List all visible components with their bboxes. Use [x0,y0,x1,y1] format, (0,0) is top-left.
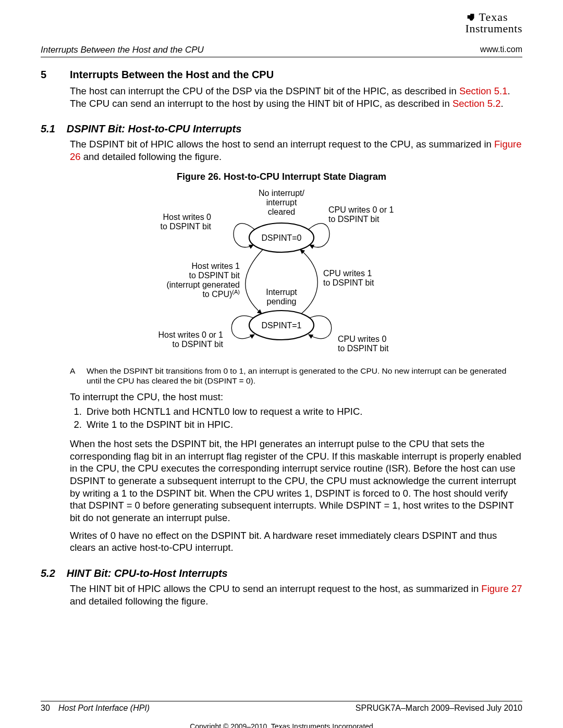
subsection-num: 5.2 [41,567,55,579]
svg-text:CPU writes 0: CPU writes 0 [338,335,386,343]
header-rule [41,57,522,57]
svg-text:to DSPINT bit: to DSPINT bit [323,278,374,287]
running-head-right: www.ti.com [480,45,522,55]
figure-26-footnote: A When the DSPINT bit transitions from 0… [70,366,522,386]
copyright: Copyright © 2009–2010, Texas Instruments… [41,722,522,728]
xref-section-5-2[interactable]: Section 5.2 [452,98,501,109]
xref-figure-27[interactable]: Figure 27 [481,583,522,594]
state-dspint0: DSPINT=0 [262,233,302,242]
svg-text:to DSPINT bit: to DSPINT bit [328,215,380,224]
subsection-title: HINT Bit: CPU-to-Host Interrupts [67,567,228,579]
svg-text:Host writes 1: Host writes 1 [192,262,240,270]
svg-text:CPU writes 0 or 1: CPU writes 0 or 1 [328,205,394,214]
svg-text:interrupt: interrupt [266,198,297,207]
svg-text:to DSPINT bit: to DSPINT bit [338,344,389,353]
section-5-intro: The host can interrupt the CPU of the DS… [70,85,522,109]
svg-text:pending: pending [267,297,297,306]
doc-title: Host Port Interface (HPI) [58,704,150,712]
svg-text:CPU writes 1: CPU writes 1 [323,269,372,278]
section-5-1-p4: Writes of 0 have no effect on the DSPINT… [70,529,522,554]
chip-icon [466,11,477,23]
running-head-left: Interrupts Between the Host and the CPU [41,45,204,55]
state-dspint1: DSPINT=1 [262,321,302,330]
section-5-1-p2: To interrupt the CPU, the host must: [70,391,522,403]
figure-26-diagram: DSPINT=0 DSPINT=1 No interrupt/ interrup… [136,186,427,363]
svg-text:Interrupt: Interrupt [266,288,297,297]
subsection-num: 5.1 [41,123,55,135]
svg-text:to DSPINT bit: to DSPINT bit [189,271,240,280]
svg-text:to DSPINT bit: to DSPINT bit [172,340,223,349]
svg-text:cleared: cleared [268,207,295,216]
footnote-text: When the DSPINT bit transitions from 0 t… [87,366,522,386]
footer-rule [41,701,522,701]
section-5-2-heading: 5.2 HINT Bit: CPU-to-Host Interrupts [41,567,522,579]
svg-text:No interrupt/: No interrupt/ [259,189,305,198]
section-5-2-p1: The HINT bit of HPIC allows the CPU to s… [70,583,522,607]
doc-revision: SPRUGK7A–March 2009–Revised July 2010 [356,704,522,713]
step-1: Drive both HCNTL1 and HCNTL0 low to requ… [84,405,522,418]
section-5-1-p3: When the host sets the DSPINT bit, the H… [70,438,522,524]
svg-text:to CPU)(A): to CPU)(A) [202,289,240,299]
section-5-1-heading: 5.1 DSPINT Bit: Host-to-CPU Interrupts [41,123,522,135]
section-num: 5 [41,69,52,81]
ti-logo: Texas Instruments [466,11,522,34]
svg-text:Host writes 0: Host writes 0 [163,213,212,221]
step-2: Write 1 to the DSPINT bit in HPIC. [84,418,522,431]
section-5-1-p1: The DSPINT bit of HPIC allows the host t… [70,138,522,163]
page-number: 30 [41,704,50,712]
figure-26-caption: Figure 26. Host-to-CPU Interrupt State D… [41,171,522,182]
section-title: Interrupts Between the Host and the CPU [70,69,274,81]
svg-text:Host writes 0 or 1: Host writes 0 or 1 [158,330,224,339]
xref-section-5-1[interactable]: Section 5.1 [459,85,508,96]
running-header: Interrupts Between the Host and the CPU … [41,45,522,57]
svg-text:to DSPINT bit: to DSPINT bit [160,222,211,231]
logo-text-2: Instruments [466,22,522,35]
page-footer: 30 Host Port Interface (HPI) SPRUGK7A–Ma… [41,701,522,728]
section-5-heading: 5 Interrupts Between the Host and the CP… [41,69,522,81]
subsection-title: DSPINT Bit: Host-to-CPU Interrupts [67,123,242,135]
svg-text:(interrupt generated: (interrupt generated [166,280,240,289]
footnote-mark: A [70,366,77,386]
steps-list: Drive both HCNTL1 and HCNTL0 low to requ… [70,405,522,431]
